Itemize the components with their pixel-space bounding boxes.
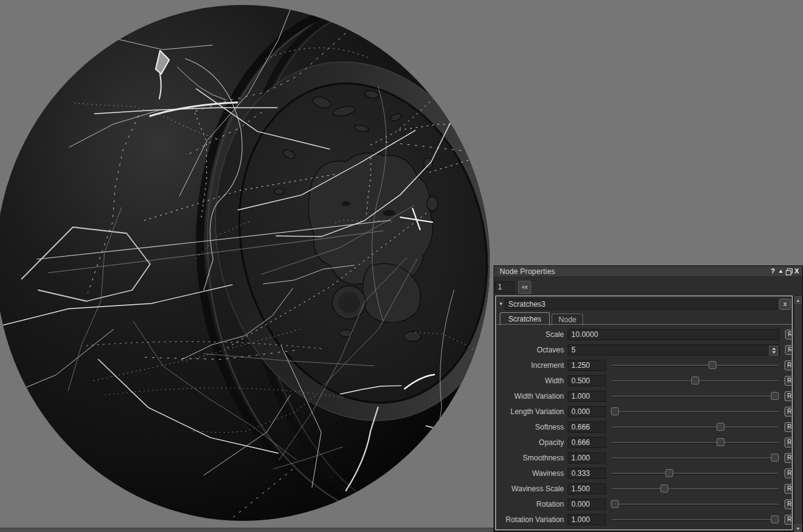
slider-handle[interactable] [708, 361, 717, 369]
reset-button[interactable]: R [784, 360, 791, 370]
param-row: Smoothness1.000R [497, 450, 791, 465]
param-value-field[interactable]: 0.000 [568, 499, 606, 510]
param-value-field[interactable]: 5 [568, 344, 780, 355]
float-icon[interactable] [785, 267, 792, 275]
reset-button[interactable]: R [784, 515, 791, 525]
reset-button[interactable]: R [784, 438, 791, 447]
param-slider[interactable] [611, 407, 779, 416]
param-label: Waviness [497, 469, 568, 478]
slider-handle[interactable] [611, 407, 619, 415]
param-slider[interactable] [611, 422, 779, 431]
slider-handle[interactable] [717, 438, 725, 446]
param-value-field[interactable]: 0.500 [568, 375, 606, 386]
param-slider[interactable] [611, 438, 779, 447]
param-row: Opacity0.666R [497, 434, 791, 450]
param-row: Waviness Scale1.500R [497, 481, 791, 496]
spinner-buttons[interactable] [769, 346, 778, 355]
slider-track[interactable] [612, 457, 778, 459]
node-close-button[interactable]: x [780, 299, 791, 310]
reset-button[interactable]: R [784, 391, 791, 401]
param-value-field[interactable]: 1.500 [568, 483, 606, 494]
param-value-field[interactable]: 1.000 [568, 514, 606, 525]
param-label: Waviness Scale [497, 484, 568, 493]
stack-count-field[interactable]: 1 [495, 281, 515, 293]
panel-titlebar[interactable]: Node Properties ? ▲ X [494, 266, 802, 277]
slider-handle[interactable] [771, 454, 779, 462]
reset-button[interactable]: R [785, 345, 791, 355]
reset-button[interactable]: R [784, 499, 791, 509]
slider-track[interactable] [612, 504, 778, 505]
slider-track[interactable] [612, 411, 778, 413]
slider-handle[interactable] [665, 469, 673, 477]
param-label: Octaves [497, 346, 568, 354]
param-value-field[interactable]: 0.666 [568, 422, 606, 433]
param-slider[interactable] [611, 468, 779, 478]
reset-button[interactable]: R [784, 453, 791, 463]
help-icon[interactable]: ? [769, 267, 776, 275]
node-name-field[interactable]: Scratches3 [505, 299, 777, 310]
param-label: Rotation [497, 500, 568, 509]
param-slider[interactable] [611, 360, 779, 370]
slider-handle[interactable] [717, 423, 725, 431]
param-value-field[interactable]: 1.000 [568, 391, 606, 402]
clear-stack-button[interactable]: ≡x [518, 281, 531, 294]
reset-button[interactable]: R [784, 376, 791, 386]
slider-handle[interactable] [691, 376, 699, 384]
slider-track[interactable] [612, 396, 778, 397]
param-label: Width Variation [497, 392, 568, 401]
reset-button[interactable]: R [784, 484, 791, 494]
param-value-field[interactable]: 0.333 [568, 468, 606, 479]
param-label: Width [497, 376, 568, 385]
spin-down-icon[interactable] [772, 351, 776, 354]
param-row: Width0.500R [497, 373, 791, 388]
param-value-field[interactable]: 1.000 [568, 452, 606, 463]
param-slider[interactable] [611, 376, 779, 385]
param-label: Scale [497, 330, 568, 339]
param-slider[interactable] [611, 484, 779, 493]
param-value-field[interactable]: 10.0000 [568, 329, 780, 340]
node-header: ▼ Scratches3 x [496, 296, 792, 310]
param-row: Waviness0.333R [497, 465, 791, 481]
param-row: Scale10.0000R [497, 326, 791, 342]
tab-content: Scale10.0000ROctaves5RIncrement1.250RWid… [497, 324, 791, 529]
param-label: Opacity [497, 438, 568, 447]
param-value-field[interactable]: 1.250 [568, 360, 606, 371]
reset-button[interactable]: R [784, 407, 791, 417]
scroll-down-icon[interactable]: ▼ [794, 525, 802, 532]
slider-track[interactable] [612, 519, 778, 521]
param-row: Increment1.250R [497, 357, 791, 373]
shade-icon[interactable]: ▲ [777, 267, 784, 275]
param-label: Increment [497, 361, 568, 370]
param-slider[interactable] [611, 453, 779, 462]
close-icon[interactable]: X [793, 267, 801, 275]
param-row: Length Variation0.000R [497, 404, 791, 419]
spin-up-icon[interactable] [772, 347, 776, 350]
panel-scrollbar[interactable]: ▲ ▼ [794, 296, 802, 532]
slider-handle[interactable] [771, 392, 779, 400]
param-row: Softness0.666R [497, 419, 791, 434]
clear-stack-icon: ≡x [522, 284, 528, 290]
param-slider[interactable] [611, 499, 779, 509]
param-row: Octaves5R [497, 342, 791, 357]
param-value-field[interactable]: 0.666 [568, 437, 606, 448]
reset-button[interactable]: R [784, 422, 791, 432]
slider-track[interactable] [612, 442, 778, 444]
reset-button[interactable]: R [784, 468, 791, 478]
param-label: Length Variation [497, 407, 568, 416]
slider-track[interactable] [612, 473, 778, 475]
slider-track[interactable] [612, 488, 778, 490]
param-label: Rotation Variation [497, 515, 568, 524]
node-properties-panel: Node Properties ? ▲ X 1 ≡x ▼ Scratches3 … [494, 265, 803, 532]
collapse-arrow-icon[interactable]: ▼ [497, 301, 505, 307]
slider-handle[interactable] [660, 484, 668, 493]
scroll-up-icon[interactable]: ▲ [794, 296, 802, 304]
param-slider[interactable] [611, 515, 779, 524]
slider-track[interactable] [612, 365, 778, 367]
reset-button[interactable]: R [785, 330, 791, 339]
param-value-field[interactable]: 0.000 [568, 406, 606, 417]
slider-handle[interactable] [611, 500, 619, 508]
slider-track[interactable] [612, 426, 778, 428]
node-group-box: ▼ Scratches3 x Scratches Node Scale10.00… [495, 296, 792, 530]
slider-handle[interactable] [771, 515, 779, 523]
param-slider[interactable] [611, 391, 779, 401]
